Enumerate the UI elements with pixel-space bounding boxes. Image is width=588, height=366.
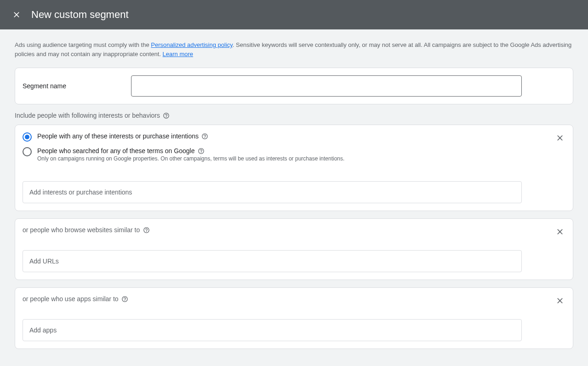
websites-card: or people who browse websites similar to (15, 218, 573, 280)
notice-prefix: Ads using audience targeting must comply… (15, 41, 151, 48)
dialog-title: New custom segment (31, 9, 129, 21)
help-icon[interactable] (201, 132, 209, 140)
learn-more-link[interactable]: Learn more (163, 51, 193, 57)
radio-search-label: People who searched for any of these ter… (37, 147, 194, 154)
interests-input[interactable] (23, 181, 522, 203)
close-icon[interactable] (554, 295, 565, 306)
section-intro-label: Include people with following interests … (15, 112, 573, 119)
radio-search-terms[interactable]: People who searched for any of these ter… (23, 147, 565, 162)
close-icon[interactable] (554, 226, 565, 237)
content-area: Ads using audience targeting must comply… (0, 29, 588, 366)
help-icon[interactable] (163, 112, 170, 119)
segment-name-label: Segment name (23, 82, 131, 90)
radio-interests[interactable]: People with any of these interests or pu… (23, 132, 565, 142)
close-icon[interactable] (11, 9, 22, 20)
close-icon[interactable] (554, 132, 565, 143)
radio-button-selected[interactable] (23, 132, 32, 142)
apps-input[interactable] (23, 319, 522, 341)
apps-card: or people who use apps similar to (15, 287, 573, 349)
radio-button-unselected[interactable] (23, 147, 32, 156)
section-intro-text: Include people with following interests … (15, 112, 160, 119)
segment-name-input[interactable] (131, 75, 522, 97)
websites-label: or people who browse websites similar to (23, 226, 140, 234)
help-icon[interactable] (121, 295, 129, 303)
policy-notice: Ads using audience targeting must comply… (15, 40, 573, 58)
radio-search-sublabel: Only on campaigns running on Google prop… (37, 155, 565, 162)
segment-name-card: Segment name (15, 68, 573, 104)
interests-card: People with any of these interests or pu… (15, 125, 573, 211)
help-icon[interactable] (143, 226, 150, 234)
radio-interests-label: People with any of these interests or pu… (37, 132, 199, 140)
help-icon[interactable] (197, 147, 205, 154)
apps-label: or people who use apps similar to (23, 295, 119, 303)
dialog-header: New custom segment (0, 0, 588, 29)
urls-input[interactable] (23, 250, 522, 272)
policy-link[interactable]: Personalized advertising policy (151, 41, 233, 48)
